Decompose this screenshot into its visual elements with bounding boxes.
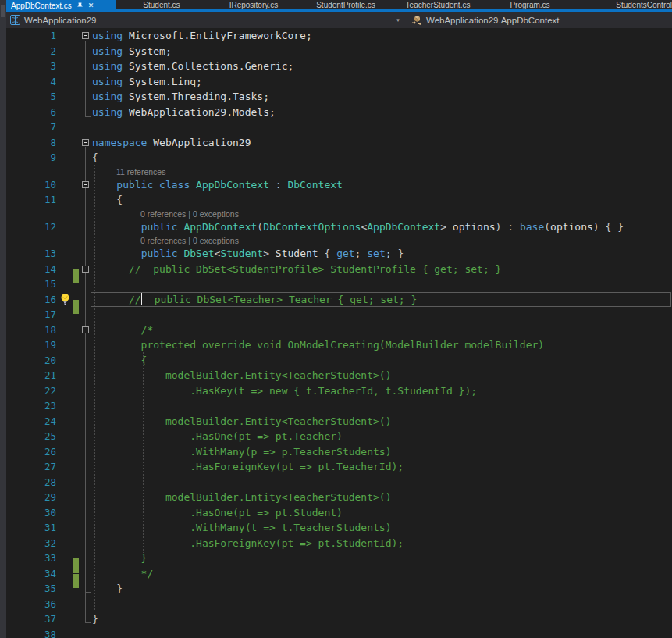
- code-token: /*: [92, 323, 153, 338]
- line-number[interactable]: 7: [6, 119, 56, 135]
- code-text[interactable]: {: [91, 353, 672, 369]
- tab-student-cs[interactable]: Student.cs: [116, 0, 208, 9]
- line-number[interactable]: 25: [6, 429, 56, 444]
- code-text[interactable]: using System.Linq;: [91, 74, 672, 90]
- line-number[interactable]: 37: [6, 611, 56, 627]
- code-text[interactable]: using System;: [91, 44, 672, 59]
- line-number[interactable]: 38: [6, 627, 56, 638]
- code-text[interactable]: public class AppDbContext : DbContext: [91, 177, 672, 193]
- collapse-region-icon[interactable]: [82, 181, 89, 188]
- line-number[interactable]: 24: [6, 414, 56, 429]
- tab-program-cs[interactable]: Program.cs: [484, 0, 576, 9]
- line-number[interactable]: 9: [6, 150, 56, 166]
- code-text[interactable]: using System.Threading.Tasks;: [91, 89, 672, 105]
- code-text[interactable]: }: [91, 611, 672, 627]
- line-number[interactable]: 3: [6, 59, 56, 74]
- line-number[interactable]: 34: [6, 566, 56, 582]
- line-number[interactable]: 14: [6, 262, 56, 277]
- tab-studentprofile-cs[interactable]: StudentProfile.cs: [300, 0, 392, 9]
- line-number[interactable]: 4: [6, 74, 56, 90]
- line-number[interactable]: 1: [6, 28, 56, 44]
- code-text[interactable]: .WithMany(p => p.TeacherStudents): [91, 444, 672, 460]
- code-text[interactable]: using Microsoft.EntityFrameworkCore;: [91, 28, 672, 44]
- codelens-references[interactable]: 0 references | 0 exceptions: [91, 209, 239, 219]
- code-text[interactable]: */: [91, 566, 672, 582]
- line-number[interactable]: 29: [6, 490, 56, 505]
- code-text[interactable]: // public DbSet<StudentProfile> StudentP…: [91, 262, 672, 277]
- tab-studentscontrol[interactable]: StudentsControl: [576, 0, 672, 9]
- line-number[interactable]: 12: [6, 219, 56, 235]
- line-number[interactable]: 32: [6, 536, 56, 551]
- code-token: ; }: [386, 246, 404, 262]
- code-text[interactable]: {: [91, 192, 672, 208]
- line-number[interactable]: 6: [6, 105, 56, 120]
- line-number[interactable]: 26: [6, 444, 56, 460]
- code-token: namespace: [92, 135, 147, 151]
- code-editor[interactable]: 1using Microsoft.EntityFrameworkCore;2us…: [6, 28, 672, 638]
- line-number[interactable]: 31: [6, 520, 56, 536]
- line-number[interactable]: 21: [6, 368, 56, 383]
- line-number[interactable]: 28: [6, 475, 56, 490]
- line-number[interactable]: 16: [6, 292, 56, 308]
- line-number[interactable]: 27: [6, 459, 56, 475]
- code-text[interactable]: protected override void OnModelCreating(…: [91, 337, 672, 353]
- code-text[interactable]: {: [91, 150, 672, 166]
- line-number[interactable]: 2: [6, 44, 56, 59]
- code-token: .HasForeignKey(pt => pt.TeacherId);: [92, 459, 404, 475]
- line-number[interactable]: 18: [6, 323, 56, 338]
- line-number[interactable]: 22: [6, 383, 56, 399]
- line-number[interactable]: 15: [6, 276, 56, 292]
- code-text[interactable]: .HasOne(pt => pt.Student): [91, 505, 672, 521]
- code-text[interactable]: .HasKey(t => new { t.TeacherId, t.Studen…: [91, 383, 672, 399]
- code-text[interactable]: modelBuilder.Entity<TeacherStudent>(): [91, 368, 672, 383]
- code-text[interactable]: modelBuilder.Entity<TeacherStudent>(): [91, 414, 672, 429]
- code-token: ) { }: [593, 219, 624, 235]
- line-number[interactable]: 11: [6, 192, 56, 208]
- line-number[interactable]: 33: [6, 551, 56, 566]
- close-icon[interactable]: ✕: [88, 2, 94, 9]
- code-text[interactable]: }: [91, 551, 672, 566]
- project-dropdown[interactable]: WebApplication29 ▼: [6, 15, 400, 25]
- line-number[interactable]: 19: [6, 337, 56, 353]
- code-token: }: [92, 581, 123, 597]
- line-number[interactable]: 5: [6, 89, 56, 105]
- codelens-references[interactable]: 11 references: [91, 167, 165, 177]
- code-line-19: 19 protected override void OnModelCreati…: [6, 337, 672, 353]
- code-token: [92, 246, 141, 262]
- line-number[interactable]: 35: [6, 581, 56, 597]
- code-text[interactable]: modelBuilder.Entity<TeacherStudent>(): [91, 490, 672, 505]
- collapse-region-icon[interactable]: [82, 266, 89, 273]
- collapse-region-icon[interactable]: [82, 32, 89, 39]
- member-dropdown[interactable]: WebApplication29.AppDbContext: [400, 15, 559, 25]
- line-number[interactable]: 17: [6, 307, 56, 323]
- code-text[interactable]: }: [91, 581, 672, 597]
- code-text[interactable]: // public DbSet<Teacher> Teacher { get; …: [91, 292, 672, 308]
- code-text[interactable]: .WithMany(t => t.TeacherStudents): [91, 520, 672, 536]
- line-number[interactable]: 23: [6, 398, 56, 414]
- line-number[interactable]: 10: [6, 177, 56, 193]
- code-text[interactable]: /*: [91, 323, 672, 338]
- code-text[interactable]: using System.Collections.Generic;: [91, 59, 672, 74]
- pin-icon[interactable]: [76, 2, 84, 10]
- code-text[interactable]: .HasOne(pt => pt.Teacher): [91, 429, 672, 444]
- tab-irepository-cs[interactable]: IRepository.cs: [208, 0, 300, 9]
- tab-label: AppDbContext.cs: [11, 2, 72, 10]
- code-text[interactable]: using WebApplication29.Models;: [91, 105, 672, 120]
- code-text[interactable]: .HasForeignKey(pt => pt.StudentId);: [91, 536, 672, 551]
- collapse-region-icon[interactable]: [82, 139, 89, 146]
- code-text[interactable]: public DbSet<Student> Student { get; set…: [91, 246, 672, 262]
- code-text[interactable]: namespace WebApplication29: [91, 135, 672, 151]
- collapse-region-icon[interactable]: [82, 326, 89, 333]
- line-number[interactable]: 20: [6, 353, 56, 369]
- code-text[interactable]: public AppDbContext(DbContextOptions<App…: [91, 219, 672, 235]
- line-number[interactable]: 36: [6, 597, 56, 612]
- quick-actions-lightbulb-icon[interactable]: [56, 293, 73, 306]
- code-text[interactable]: .HasForeignKey(pt => pt.TeacherId);: [91, 459, 672, 475]
- code-line-21: 21 modelBuilder.Entity<TeacherStudent>(): [6, 368, 672, 383]
- line-number[interactable]: 13: [6, 246, 56, 262]
- tab-teacherstudent-cs[interactable]: TeacherStudent.cs: [392, 0, 484, 9]
- line-number[interactable]: 30: [6, 505, 56, 521]
- codelens-references[interactable]: 0 references | 0 exceptions: [91, 236, 239, 246]
- tab-appdbcontext[interactable]: AppDbContext.cs ✕: [6, 0, 116, 12]
- line-number[interactable]: 8: [6, 135, 56, 151]
